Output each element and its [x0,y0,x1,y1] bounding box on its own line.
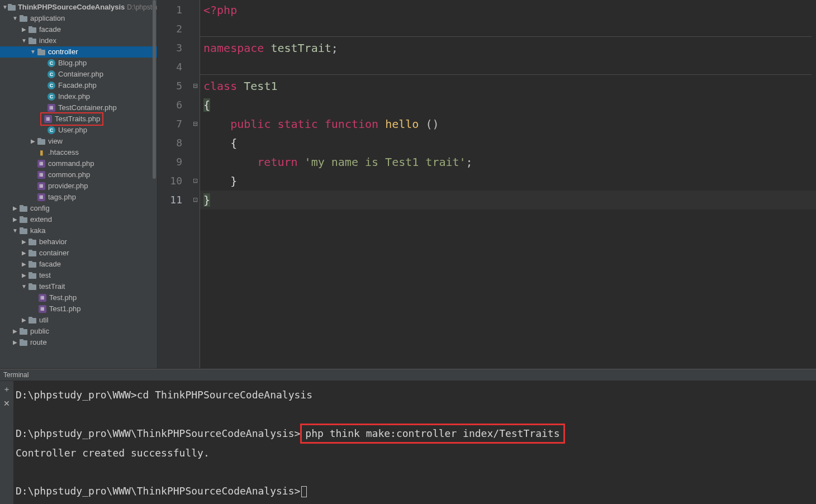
terminal-tab[interactable]: Terminal [0,369,816,381]
code-line: namespace testTrait; [200,39,816,58]
svg-rect-5 [29,26,32,28]
folder-icon [19,215,28,224]
folder-icon [19,327,28,336]
php-file-icon: ▦ [44,115,53,123]
code-line: public static function hello () [200,115,816,134]
folder-icon [37,47,46,56]
tree-file-testphp[interactable]: ▦ Test.php [0,292,157,303]
code-line [200,58,816,77]
tree-folder-container2[interactable]: ▶ container [0,248,157,259]
tree-scrollbar[interactable] [152,0,157,368]
line-number-gutter: 1 2 3 4 5 6 7 8 9 10 11 [158,0,190,368]
chevron-right-icon[interactable]: ▶ [11,203,19,214]
tree-folder-extend[interactable]: ▶ extend [0,214,157,225]
code-content[interactable]: <?php namespace testTrait; class Test1 {… [200,0,816,368]
folder-icon [28,36,37,45]
line-number: 1 [158,1,190,20]
tree-folder-util[interactable]: ▶ util [0,315,157,326]
chevron-down-icon[interactable]: ▼ [11,13,19,24]
fold-close-icon[interactable]: ⊡ [191,177,199,184]
tree-folder-test[interactable]: ▶ test [0,270,157,281]
chevron-down-icon[interactable]: ▼ [29,46,37,58]
tree-file-tags[interactable]: ▦ tags.php [0,192,157,203]
tree-file-htaccess[interactable]: ▮ .htaccess [0,147,157,158]
line-number: 9 [158,153,190,172]
tree-file-provider[interactable]: ▦ provider.php [0,180,157,192]
chevron-right-icon[interactable]: ▶ [11,326,19,337]
chevron-right-icon[interactable]: ▶ [11,214,19,225]
tree-folder-controller[interactable]: ▼ controller [0,46,157,58]
tree-folder-index[interactable]: ▼ index [0,35,157,46]
tree-folder-facade[interactable]: ▶ facade [0,24,157,35]
tree-file-container[interactable]: C Container.php [0,69,157,80]
tree-file-testtraits[interactable]: ▦ TestTraits.php [0,113,157,125]
tree-folder-config[interactable]: ▶ config [0,203,157,214]
terminal-tab-label: Terminal [3,371,29,379]
chevron-right-icon[interactable]: ▶ [20,270,28,281]
code-editor[interactable]: 1 2 3 4 5 6 7 8 9 10 11 ⊟ ⊟ ⊡ ⊡ <?php [158,0,816,368]
tree-file-test1php[interactable]: ▦ Test1.php [0,303,157,315]
tree-folder-kaka[interactable]: ▼ kaka [0,225,157,236]
close-terminal-button[interactable]: ✕ [3,399,10,408]
chevron-right-icon[interactable]: ▶ [20,24,28,35]
svg-rect-23 [29,261,32,263]
scrollbar-thumb[interactable] [153,0,156,179]
chevron-right-icon[interactable]: ▶ [20,248,28,259]
line-number: 4 [158,58,190,77]
tree-file-command[interactable]: ▦ command.php [0,158,157,169]
svg-rect-3 [20,15,23,17]
tree-file-facade[interactable]: C Facade.php [0,80,157,91]
tree-folder-testtrait[interactable]: ▼ testTrait [0,281,157,292]
tree-file-index[interactable]: C Index.php [0,91,157,102]
fold-gutter[interactable]: ⊟ ⊟ ⊡ ⊡ [190,0,200,368]
code-line: { [200,96,816,115]
tree-file-blog[interactable]: C Blog.php [0,58,157,69]
chevron-right-icon[interactable]: ▶ [20,236,28,248]
chevron-right-icon[interactable]: ▶ [20,259,28,270]
chevron-right-icon[interactable]: ▶ [29,136,37,147]
svg-rect-19 [29,239,32,241]
chevron-down-icon[interactable]: ▼ [20,281,28,292]
chevron-right-icon[interactable]: ▶ [11,337,19,348]
svg-rect-13 [20,205,23,207]
file-icon: ▮ [37,148,46,157]
php-file-icon: ▦ [37,193,46,202]
line-number: 10 [158,172,190,191]
tree-file-common[interactable]: ▦ common.php [0,169,157,180]
svg-rect-9 [37,49,41,51]
fold-close-icon[interactable]: ⊡ [191,196,199,203]
php-file-icon: ▦ [37,159,46,168]
terminal-line: D:\phpstudy_pro\WWW\ThinkPHPSourceCodeAn… [16,482,814,501]
tree-folder-view[interactable]: ▶ view [0,136,157,147]
fold-marker-icon[interactable]: ⊟ [191,82,199,89]
chevron-down-icon[interactable]: ▼ [20,35,28,46]
tree-file-user[interactable]: C User.php [0,125,157,136]
code-line [200,20,816,39]
tree-folder-facade2[interactable]: ▶ facade [0,259,157,270]
line-number: 3 [158,39,190,58]
tree-folder-route[interactable]: ▶ route [0,337,157,348]
folder-icon [28,25,37,34]
tree-file-testcontainer[interactable]: ▦ TestContainer.php [0,102,157,113]
project-name: ThinkPHPSourceCodeAnalysis [18,2,125,13]
tree-root[interactable]: ▼ ThinkPHPSourceCodeAnalysis D:\phpstudy [0,2,157,13]
chevron-right-icon[interactable]: ▶ [20,315,28,326]
fold-marker-icon[interactable]: ⊟ [191,120,199,127]
chevron-down-icon[interactable]: ▼ [11,225,19,236]
svg-rect-17 [20,227,23,230]
terminal-output[interactable]: D:\phpstudy_pro\WWW>cd ThinkPHPSourceCod… [13,381,816,504]
php-class-icon: C [47,92,56,101]
tree-folder-behavior[interactable]: ▶ behavior [0,236,157,248]
chevron-down-icon[interactable]: ▼ [2,2,8,13]
svg-rect-21 [29,250,32,252]
terminal-cursor [301,486,307,497]
project-tree[interactable]: ▼ ThinkPHPSourceCodeAnalysis D:\phpstudy… [0,0,157,368]
folder-icon [28,316,37,325]
tree-folder-application[interactable]: ▼ application [0,13,157,24]
line-number: 6 [158,96,190,115]
folder-icon [8,3,16,12]
terminal-line: Controller created successfully. [16,444,814,463]
add-terminal-button[interactable]: ＋ [3,384,11,394]
folder-icon [37,137,46,146]
tree-folder-public[interactable]: ▶ public [0,326,157,337]
